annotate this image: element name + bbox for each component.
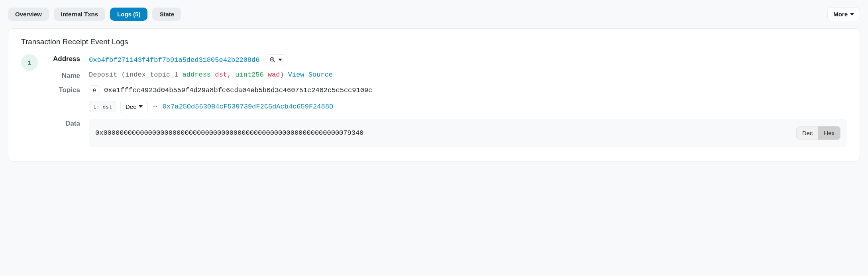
tabs-list: Overview Internal Txns Logs (5) State [8, 8, 181, 21]
tab-state[interactable]: State [152, 8, 181, 21]
event-signature: Deposit (index_topic_1 address dst, uint… [89, 71, 284, 79]
arrow-right-icon: → [152, 103, 159, 110]
topic-row-1: 1: dst Dec → 0x7a250d5630B4cF539739dF2C5… [89, 100, 847, 113]
log-divider [49, 156, 847, 156]
topic-1-format-select[interactable]: Dec [120, 100, 148, 113]
label-data: Data [49, 119, 89, 128]
chevron-down-icon [139, 105, 143, 108]
tab-logs[interactable]: Logs (5) [110, 8, 147, 21]
panel-title: Transaction Receipt Event Logs [21, 37, 847, 46]
topic-0-value: 0xe1fffcc4923d04b559f4d29a8bfc6cda04eb5b… [104, 87, 372, 94]
label-address: Address [49, 54, 89, 63]
topic-index-0: 0 [89, 85, 100, 95]
address-link[interactable]: 0xb4fbf271143f4fbf7b91a5ded31805e42b2208… [89, 56, 259, 64]
dec-hex-toggle: Dec Hex [796, 126, 841, 140]
log-entry: 1 Address 0xb4fbf271143f4fbf7b91a5ded318… [21, 54, 847, 156]
address-filter-button[interactable] [263, 54, 288, 65]
log-index-badge: 1 [21, 54, 38, 71]
more-button[interactable]: More [827, 7, 860, 21]
logs-panel: Transaction Receipt Event Logs 1 Address… [8, 28, 860, 162]
svg-line-1 [274, 61, 275, 62]
more-label: More [833, 11, 848, 18]
label-name: Name [49, 71, 89, 80]
zoom-in-icon [269, 57, 276, 63]
data-dec-button[interactable]: Dec [797, 126, 819, 140]
tab-overview[interactable]: Overview [8, 8, 49, 21]
view-source-link[interactable]: View Source [288, 71, 333, 79]
topic-1-address-link[interactable]: 0x7a250d5630B4cF539739dF2C5dAcb4c659F248… [163, 103, 333, 110]
tab-internal-txns[interactable]: Internal Txns [54, 8, 105, 21]
chevron-down-icon [850, 13, 854, 16]
event-func-name: Deposit [89, 71, 117, 79]
topic-row-0: 0 0xe1fffcc4923d04b559f4d29a8bfc6cda04eb… [89, 85, 847, 95]
chevron-down-icon [278, 59, 282, 61]
label-topics: Topics [49, 85, 89, 94]
topic-1-label: 1: dst [89, 101, 116, 112]
data-hex-button[interactable]: Hex [818, 126, 840, 140]
data-value: 0x00000000000000000000000000000000000000… [95, 129, 791, 137]
